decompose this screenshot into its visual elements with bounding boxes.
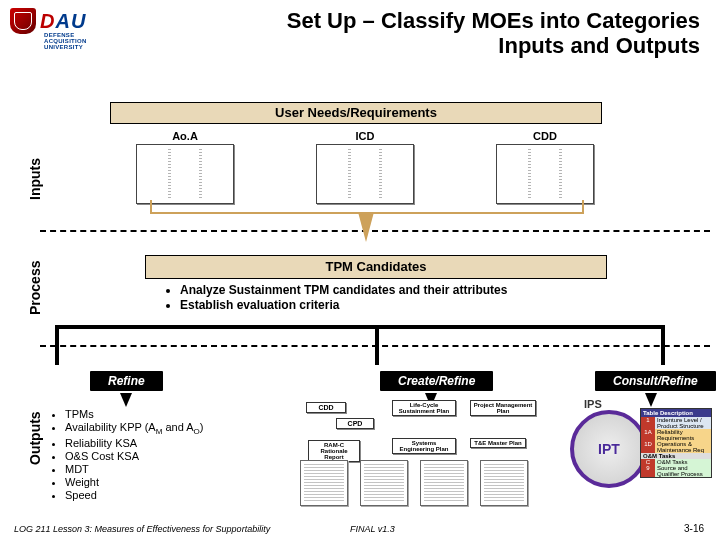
logo-text: DAU <box>40 10 86 33</box>
slide: DAU DEFENSE ACQUISITION UNIVERSITY Set U… <box>0 0 720 540</box>
output-item: Speed <box>65 489 203 501</box>
card-pmp: Project Management Plan <box>470 400 536 416</box>
output-item: Reliability KSA <box>65 437 203 449</box>
input-doc-aoa: Ao.A <box>130 130 240 204</box>
output-item: TPMs <box>65 408 203 420</box>
tag-refine: Refine <box>90 371 163 391</box>
ips-table: Table Description 1Indenture Level / Pro… <box>640 408 712 478</box>
card-ramc: RAM-C Rationale Report <box>308 440 360 462</box>
banner-tpm: TPM Candidates <box>145 255 607 279</box>
arrow-down-icon <box>120 393 132 407</box>
tag-consult: Consult/Refine <box>595 371 716 391</box>
card-lcsp: Life-Cycle Sustainment Plan <box>392 400 456 416</box>
process-bullets: Analyze Sustainment TPM candidates and t… <box>165 283 507 313</box>
arrow-down-icon <box>358 212 374 242</box>
ips-center: IPT <box>598 441 620 457</box>
footer-left: LOG 211 Lesson 3: Measures of Effectiven… <box>14 524 270 534</box>
section-label-outputs: Outputs <box>27 411 43 465</box>
process-bullet: Analyze Sustainment TPM candidates and t… <box>180 283 507 297</box>
input-docs-row: Ao.A ICD CDD <box>130 130 600 204</box>
mini-doc-icon <box>420 460 468 506</box>
section-label-process: Process <box>27 261 43 315</box>
page-title: Set Up – Classify MOEs into Categories I… <box>287 8 700 59</box>
output-item: Availability KPP (AM and AO) <box>65 421 203 436</box>
section-label-inputs: Inputs <box>27 158 43 200</box>
title-line-1: Set Up – Classify MOEs into Categories <box>287 8 700 33</box>
output-item: MDT <box>65 463 203 475</box>
table-row: 1DOperations & Maintenance Req <box>641 441 711 453</box>
branch-drop <box>55 325 59 365</box>
card-sep: Systems Engineering Plan <box>392 438 456 454</box>
doc-label: CDD <box>490 130 600 142</box>
dau-logo: DAU DEFENSE ACQUISITION UNIVERSITY <box>10 8 86 34</box>
branch-drop <box>375 325 379 365</box>
process-bullet: Establish evaluation criteria <box>180 298 507 312</box>
document-icon <box>316 144 414 204</box>
page-number: 3-16 <box>684 523 704 534</box>
ips-circle-icon: IPT <box>570 410 648 488</box>
title-line-2: Inputs and Outputs <box>287 33 700 58</box>
card-cdd: CDD <box>306 402 346 413</box>
outputs-middle-diagram: CDD CPD RAM-C Rationale Report Life-Cycl… <box>300 400 555 510</box>
document-icon <box>136 144 234 204</box>
branch-drop <box>661 325 665 365</box>
doc-label: Ao.A <box>130 130 240 142</box>
logo-subtext: DEFENSE ACQUISITION UNIVERSITY <box>44 32 87 50</box>
input-doc-cdd: CDD <box>490 130 600 204</box>
table-row: 1AReliability Requirements <box>641 429 711 441</box>
ips-table-head: Table Description <box>641 409 711 417</box>
table-row: 1Indenture Level / Product Structure <box>641 417 711 429</box>
table-row: 9Source and Qualifier Process <box>641 465 711 477</box>
outputs-bullet-list: TPMs Availability KPP (AM and AO) Reliab… <box>50 408 203 502</box>
input-doc-icd: ICD <box>310 130 420 204</box>
doc-label: ICD <box>310 130 420 142</box>
branch-bar <box>55 325 665 329</box>
mini-doc-icon <box>360 460 408 506</box>
divider-1 <box>40 230 710 232</box>
document-icon <box>496 144 594 204</box>
output-item: O&S Cost KSA <box>65 450 203 462</box>
mini-doc-icon <box>480 460 528 506</box>
outputs-ips: IPS IPT Table Description 1Indenture Lev… <box>570 400 710 510</box>
mini-doc-icon <box>300 460 348 506</box>
ips-label: IPS <box>584 398 602 410</box>
output-item: Weight <box>65 476 203 488</box>
footer-mid: FINAL v1.3 <box>350 524 395 534</box>
banner-user-needs: User Needs/Requirements <box>110 102 602 124</box>
shield-icon <box>10 8 36 34</box>
tag-create: Create/Refine <box>380 371 493 391</box>
card-cpd: CPD <box>336 418 374 429</box>
card-tmp: T&E Master Plan <box>470 438 526 448</box>
